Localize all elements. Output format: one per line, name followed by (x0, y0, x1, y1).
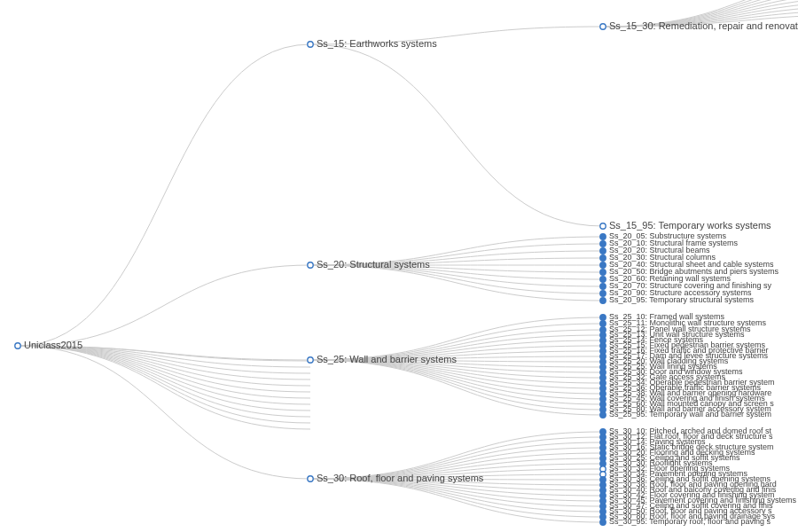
node-toggle-icon[interactable] (600, 24, 606, 29)
branch-node[interactable]: Ss_30: Roof, floor and paving systems (308, 473, 484, 483)
node-label: Ss_25: Wall and barrier systems (317, 354, 457, 364)
node-label: Ss_15_30: Remediation, repair and renova… (609, 20, 798, 31)
node-toggle-icon[interactable] (15, 343, 20, 348)
node-toggle-icon[interactable] (600, 284, 606, 289)
branch-node[interactable]: Ss_25: Wall and barrier systems (308, 354, 458, 364)
leaf-node[interactable]: Ss_25_95: Temporary wall and barrier sys… (600, 410, 771, 419)
node-label: Ss_30: Roof, floor and paving systems (317, 473, 484, 483)
node-label: Ss_30_95: Temporary roof, floor and pavi… (609, 517, 771, 526)
node-toggle-icon[interactable] (600, 248, 606, 254)
node-toggle-icon[interactable] (600, 277, 606, 282)
node-label: Ss_25_95: Temporary wall and barrier sys… (609, 410, 771, 419)
node-toggle-icon[interactable] (308, 357, 313, 363)
node-label: Ss_20_95: Temporary structural systems (609, 295, 754, 304)
leaf-node[interactable]: Ss_20_95: Temporary structural systems (600, 295, 755, 304)
leaf-node[interactable]: Ss_15_95: Temporary works systems (600, 220, 771, 231)
leaf-node[interactable]: Ss_30_95: Temporary roof, floor and pavi… (600, 517, 771, 526)
node-label: Ss_20: Structural systems (317, 259, 430, 270)
node-toggle-icon[interactable] (308, 476, 313, 481)
tree-edge (18, 346, 310, 386)
tree-edge (18, 346, 310, 429)
node-toggle-icon[interactable] (600, 315, 606, 320)
leaf-node[interactable]: Ss_15_30: Remediation, repair and renova… (600, 20, 798, 31)
node-toggle-icon[interactable] (600, 262, 606, 268)
node-toggle-icon[interactable] (600, 223, 606, 229)
node-label: Ss_15: Earthworks systems (317, 38, 437, 49)
node-toggle-icon[interactable] (308, 262, 313, 268)
branch-node[interactable]: Ss_15: Earthworks systems (308, 38, 437, 49)
tree-edge (18, 265, 310, 346)
classification-tree-diagram[interactable]: Uniclass2015Ss_15: Earthworks systemsSs_… (0, 0, 798, 532)
branch-node[interactable]: Ss_20: Structural systems (308, 259, 430, 270)
node-label: Uniclass2015 (24, 340, 82, 350)
node-toggle-icon[interactable] (600, 321, 606, 326)
tree-edge (18, 346, 310, 404)
node-toggle-icon[interactable] (600, 234, 606, 239)
node-toggle-icon[interactable] (600, 520, 606, 525)
node-toggle-icon[interactable] (308, 42, 313, 47)
node-toggle-icon[interactable] (600, 255, 606, 261)
node-label: Ss_15_95: Temporary works systems (609, 220, 771, 231)
node-toggle-icon[interactable] (600, 270, 606, 275)
tree-edge (310, 44, 603, 226)
node-toggle-icon[interactable] (600, 412, 606, 418)
tree-edge (310, 360, 603, 410)
node-toggle-icon[interactable] (600, 291, 606, 296)
node-toggle-icon[interactable] (600, 241, 606, 246)
tree-edge (310, 265, 603, 301)
node-toggle-icon[interactable] (600, 298, 606, 303)
root-node[interactable]: Uniclass2015 (15, 340, 82, 350)
tree-edge (18, 44, 310, 346)
